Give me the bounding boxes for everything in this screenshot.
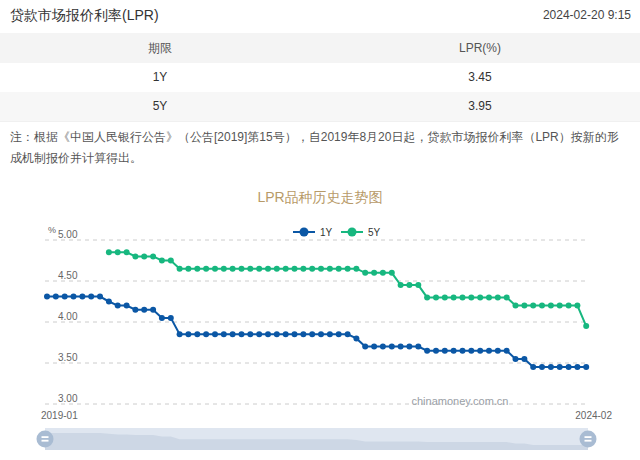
y-tick-label: 4.00: [58, 311, 78, 322]
table-header-row: 期限 LPR(%): [0, 33, 640, 63]
legend: 1Y5Y: [293, 227, 381, 238]
legend-item-1y[interactable]: 1Y: [293, 227, 333, 238]
legend-label: 5Y: [368, 227, 381, 238]
y-tick-label: 3.00: [58, 393, 78, 404]
series-1y: [44, 294, 589, 371]
table-row: 1Y 3.45: [0, 63, 640, 92]
y-tick-label: 4.50: [58, 270, 78, 281]
watermark: chinamoney.com.cn: [411, 395, 508, 407]
cell-term-1y: 1Y: [0, 63, 320, 92]
y-axis-unit: %: [48, 225, 56, 235]
x-axis-start-label: 2019-01: [41, 410, 78, 421]
cell-term-5y: 5Y: [0, 92, 320, 121]
y-tick-label: 5.00: [58, 229, 78, 240]
cell-rate-1y: 3.45: [320, 63, 640, 92]
datazoom-left-handle[interactable]: [37, 431, 54, 448]
lpr-panel: 贷款市场报价利率(LPR) 2024-02-20 9:15 期限 LPR(%) …: [0, 0, 640, 460]
series-5y: [106, 249, 589, 329]
lpr-history-chart: 5.004.504.003.503.00%1Y5Y2019-012024-02c…: [0, 205, 640, 460]
legend-label: 1Y: [320, 227, 333, 238]
cell-rate-5y: 3.95: [320, 92, 640, 121]
datazoom-slider[interactable]: [37, 428, 597, 450]
column-header-term: 期限: [0, 33, 320, 63]
header-datetime: 2024-02-20 9:15: [543, 8, 631, 22]
datazoom-right-handle[interactable]: [580, 431, 597, 448]
y-tick-label: 3.50: [58, 352, 78, 363]
page-title: 贷款市场报价利率(LPR): [10, 7, 159, 25]
x-axis-end-label: 2024-02: [575, 410, 612, 421]
footnote: 注：根据《中国人民银行公告》（公告[2019]第15号），自2019年8月20日…: [10, 127, 630, 169]
header: 贷款市场报价利率(LPR) 2024-02-20 9:15: [0, 0, 640, 28]
legend-item-5y[interactable]: 5Y: [341, 227, 381, 238]
column-header-rate: LPR(%): [320, 33, 640, 63]
lpr-table: 期限 LPR(%) 1Y 3.45 5Y 3.95: [0, 33, 640, 122]
table-row: 5Y 3.95: [0, 92, 640, 122]
